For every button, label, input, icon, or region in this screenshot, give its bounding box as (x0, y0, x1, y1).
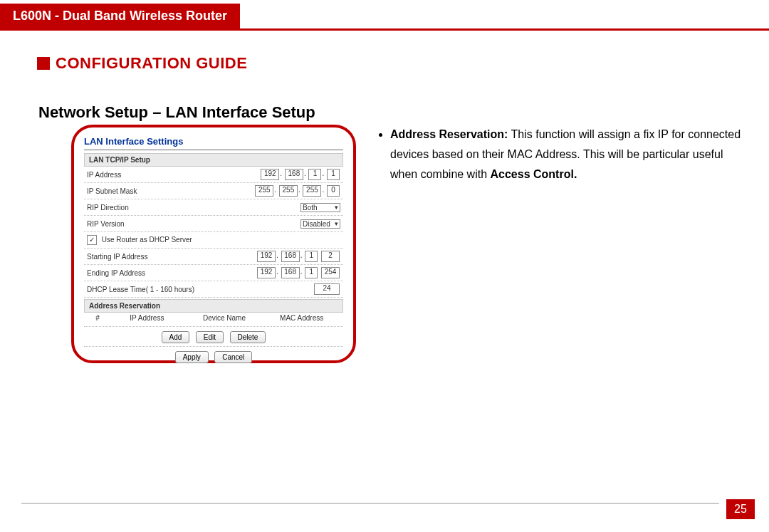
ip-address-label: IP Address (84, 167, 209, 183)
ip-octet[interactable]: 1 (308, 169, 321, 180)
panel-title: LAN Interface Settings (84, 136, 343, 147)
ending-ip-label: Ending IP Address (84, 265, 209, 281)
screenshot-callout: LAN Interface Settings LAN TCP/IP Setup … (71, 125, 356, 363)
mask-octet[interactable]: 255 (303, 185, 321, 197)
page-number-box: 25 (726, 499, 755, 519)
dhcp-enable-row: ✓ Use Router as DHCP Server (84, 232, 343, 249)
end-octet[interactable]: 192 (257, 267, 276, 278)
tcpip-subheader: LAN TCP/IP Setup (84, 153, 343, 167)
bullet-bold-tail: Access Control. (491, 168, 577, 180)
ip-octet[interactable]: 192 (261, 169, 279, 180)
apply-button[interactable]: Apply (175, 351, 209, 363)
subnet-mask-value: 255. 255. 255. 0 (209, 183, 343, 199)
ip-address-value: 192. 168. 1. 1 (209, 167, 343, 183)
router-panel-frame: LAN Interface Settings LAN TCP/IP Setup … (71, 125, 356, 363)
edit-button[interactable]: Edit (196, 331, 224, 343)
resv-col-mac: MAC Address (263, 314, 340, 322)
resv-col-ip: IP Address (108, 314, 186, 322)
divider (84, 346, 343, 347)
tcpip-table: IP Address 192. 168. 1. 1 IP Subnet Mask… (84, 167, 343, 298)
subnet-mask-label: IP Subnet Mask (84, 183, 209, 199)
guide-title: CONFIGURATION GUIDE (56, 54, 247, 73)
reservation-columns: # IP Address Device Name MAC Address (84, 313, 343, 323)
section-title: Network Setup – LAN Interface Setup (38, 103, 315, 122)
rip-direction-label: RIP Direction (84, 199, 209, 216)
start-octet[interactable]: 192 (257, 251, 276, 262)
guide-bullet-square (37, 57, 50, 70)
end-octet[interactable]: 254 (321, 267, 340, 278)
end-octet[interactable]: 168 (281, 267, 300, 278)
rip-version-label: RIP Version (84, 216, 209, 232)
cancel-button[interactable]: Cancel (214, 351, 252, 363)
mask-octet[interactable]: 255 (255, 185, 273, 197)
rip-direction-select[interactable]: Both (300, 203, 340, 212)
starting-ip-label: Starting IP Address (84, 249, 209, 265)
apply-cancel-row: Apply Cancel (84, 350, 343, 363)
lease-time-input[interactable]: 24 (314, 283, 340, 295)
resv-col-index: # (87, 314, 108, 322)
start-octet[interactable]: 2 (321, 251, 340, 262)
reservation-buttons: Add Edit Delete (84, 330, 343, 343)
footer-rule (21, 503, 719, 504)
add-button[interactable]: Add (162, 331, 190, 343)
starting-ip-value: 192. 168. 1 2 (209, 249, 343, 265)
description-bullet: Address Reservation: This function will … (390, 125, 748, 184)
end-octet[interactable]: 1 (305, 267, 318, 278)
bullet-lead: Address Reservation: (390, 128, 508, 140)
ip-octet[interactable]: 1 (327, 169, 340, 180)
rip-version-select[interactable]: Disabled (300, 219, 340, 229)
mask-octet[interactable]: 0 (327, 185, 340, 197)
reservation-subheader: Address Reservation (84, 299, 343, 313)
divider (84, 326, 343, 327)
start-octet[interactable]: 1 (305, 251, 318, 262)
header-rule (0, 28, 769, 31)
lease-time-label: DHCP Lease Time( 1 - 160 hours) (84, 281, 209, 298)
panel-title-rule (84, 150, 343, 150)
ending-ip-value: 192. 168. 1 254 (209, 265, 343, 281)
start-octet[interactable]: 168 (281, 251, 300, 262)
description-column: Address Reservation: This function will … (377, 125, 748, 184)
dhcp-checkbox-label: Use Router as DHCP Server (102, 236, 192, 244)
mask-octet[interactable]: 255 (279, 185, 298, 197)
dhcp-checkbox[interactable]: ✓ (87, 235, 97, 245)
product-header-tab: L600N - Dual Band Wireless Router (0, 4, 240, 28)
product-name: L600N - Dual Band Wireless Router (13, 9, 227, 23)
ip-octet[interactable]: 168 (285, 169, 303, 180)
delete-button[interactable]: Delete (230, 331, 266, 343)
page-number: 25 (734, 503, 747, 515)
resv-col-device: Device Name (186, 314, 263, 322)
